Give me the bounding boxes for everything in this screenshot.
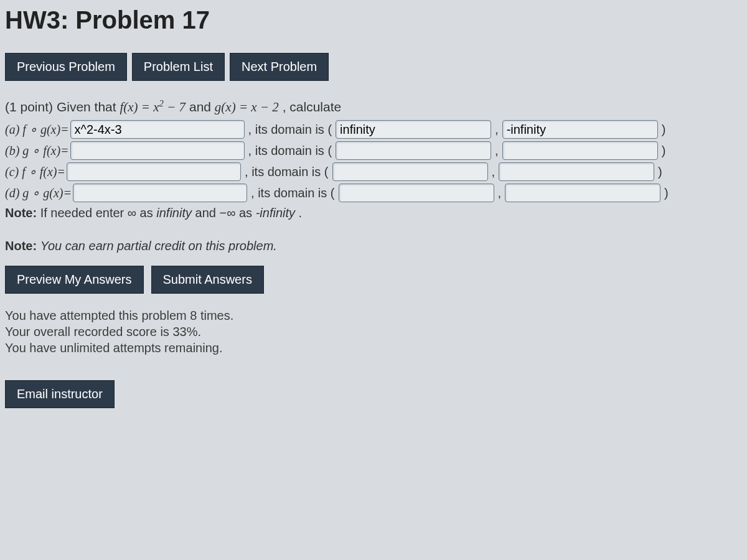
note-text-1: If needed enter ∞ as: [40, 206, 157, 220]
part-c-label: (c) f ∘ f(x)=: [5, 164, 65, 179]
infinity-note: Note: If needed enter ∞ as infinity and …: [5, 206, 742, 220]
prompt-text-2: and: [189, 100, 215, 114]
attempts-status: You have attempted this problem 8 times.: [5, 309, 742, 323]
part-b-row: (b) g ∘ f(x)= , its domain is ( , ): [5, 141, 742, 160]
f-definition: f(x) = x2 − 7: [120, 100, 186, 114]
note-prefix: Note:: [5, 239, 40, 253]
remaining-status: You have unlimited attempts remaining.: [5, 341, 742, 355]
previous-problem-button[interactable]: Previous Problem: [5, 53, 127, 81]
part-d-domain-hi-input[interactable]: [505, 184, 660, 202]
g-definition: g(x) = x − 2: [215, 100, 279, 114]
submit-answers-button[interactable]: Submit Answers: [151, 266, 264, 294]
part-b-domain-hi-input[interactable]: [502, 141, 658, 160]
part-b-domain-label: , its domain is (: [248, 144, 332, 158]
page-title: HW3: Problem 17: [5, 6, 742, 34]
part-c-answer-input[interactable]: [67, 162, 241, 181]
problem-body: (1 point) Given that f(x) = x2 − 7 and g…: [5, 98, 742, 408]
note-text-3: .: [299, 206, 303, 220]
part-a-domain-label: , its domain is (: [248, 123, 332, 137]
part-c-domain-lo-input[interactable]: [332, 162, 488, 181]
next-problem-button[interactable]: Next Problem: [230, 53, 329, 81]
problem-nav: Previous Problem Problem List Next Probl…: [5, 53, 742, 81]
problem-list-button[interactable]: Problem List: [132, 53, 225, 81]
preview-answers-button[interactable]: Preview My Answers: [5, 266, 144, 294]
status-block: You have attempted this problem 8 times.…: [5, 309, 742, 355]
comma: ,: [498, 186, 502, 200]
credit-note-text: You can earn partial credit on this prob…: [40, 239, 277, 253]
note-neg-infinity: -infinity: [256, 206, 295, 220]
part-a-row: (a) f ∘ g(x)= , its domain is ( , ): [5, 120, 742, 139]
part-c-domain-label: , its domain is (: [245, 165, 328, 179]
part-d-domain-lo-input[interactable]: [339, 184, 494, 202]
part-b-domain-lo-input[interactable]: [336, 141, 491, 160]
close-paren: ): [662, 144, 666, 158]
note-text-2: and −∞ as: [195, 206, 256, 220]
part-a-label: (a) f ∘ g(x)=: [5, 122, 69, 137]
close-paren: ): [664, 186, 669, 200]
problem-prompt: (1 point) Given that f(x) = x2 − 7 and g…: [5, 98, 742, 115]
part-c-domain-hi-input[interactable]: [499, 162, 654, 181]
score-status: Your overall recorded score is 33%.: [5, 325, 742, 339]
points-label: (1 point): [5, 100, 53, 114]
partial-credit-note: Note: You can earn partial credit on thi…: [5, 239, 742, 253]
part-d-row: (d) g ∘ g(x)= , its domain is ( , ): [5, 184, 742, 202]
comma: ,: [495, 144, 499, 158]
close-paren: ): [662, 123, 666, 137]
part-b-label: (b) g ∘ f(x)=: [5, 143, 69, 158]
part-d-domain-label: , its domain is (: [251, 186, 334, 200]
part-a-domain-lo-input[interactable]: [336, 120, 491, 139]
part-a-answer-input[interactable]: [70, 120, 245, 139]
prompt-text-1: Given that: [57, 100, 120, 114]
comma: ,: [495, 123, 499, 137]
part-d-label: (d) g ∘ g(x)=: [5, 185, 72, 200]
prompt-text-3: , calculate: [283, 100, 342, 114]
part-a-domain-hi-input[interactable]: [502, 120, 658, 139]
email-instructor-button[interactable]: Email instructor: [5, 380, 115, 408]
note-prefix: Note:: [5, 206, 40, 220]
part-d-answer-input[interactable]: [73, 184, 247, 202]
note-infinity: infinity: [156, 206, 192, 220]
part-c-row: (c) f ∘ f(x)= , its domain is ( , ): [5, 162, 742, 181]
action-buttons: Preview My Answers Submit Answers: [5, 266, 742, 294]
close-paren: ): [658, 165, 662, 179]
part-b-answer-input[interactable]: [70, 141, 245, 160]
comma: ,: [492, 165, 496, 179]
